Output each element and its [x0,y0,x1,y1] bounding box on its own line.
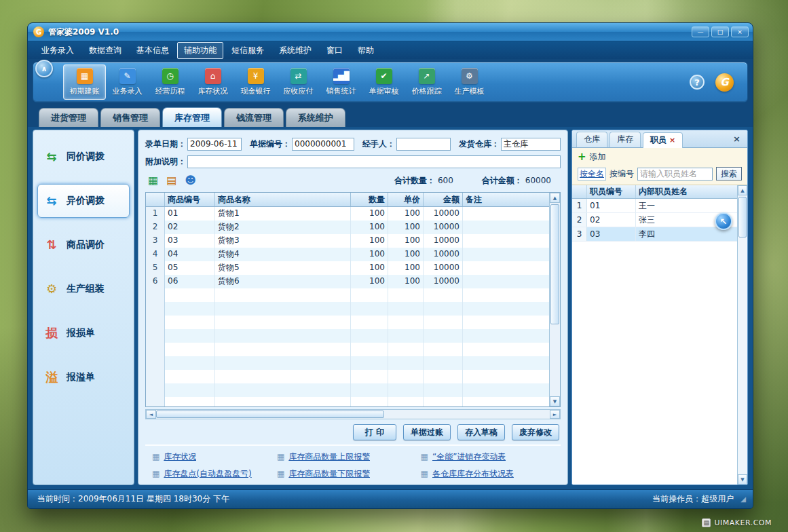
menu-help[interactable]: 帮助 [351,42,381,59]
toolbar-initial-setup[interactable]: ▦ 初期建账 [63,64,106,100]
table-row[interactable] [146,316,549,329]
minimize-button[interactable]: — [692,26,709,37]
column-header[interactable]: 职员编号 [587,185,636,198]
table-row[interactable] [146,343,549,356]
field-input[interactable] [187,138,242,151]
scroll-up-icon[interactable]: ▲ [738,185,747,195]
table-row[interactable] [146,288,549,302]
save-draft-button[interactable]: 存入草稿 [457,424,505,440]
scroll-thumb[interactable] [738,197,747,238]
staff-search-input[interactable] [637,168,713,180]
tab-cashflow-management[interactable]: 钱流管理 [224,108,284,127]
hscroll-track[interactable] [156,410,550,419]
link-warehouse-distribution[interactable]: 各仓库库存分布状况表 [421,468,558,479]
table-row[interactable] [146,302,549,316]
print-button[interactable]: 打 印 [353,424,396,440]
nav-up-button[interactable]: ∧ [35,60,53,77]
scroll-track[interactable] [738,195,747,474]
sidebar-same-price-transfer[interactable]: ⇆ 同价调拨 [37,140,130,174]
column-header[interactable]: 数量 [351,193,388,206]
toolbar-business-entry[interactable]: ✎ 业务录入 [106,64,149,100]
discard-changes-button[interactable]: 废弃修改 [512,424,559,440]
search-button[interactable]: 搜索 [716,167,742,180]
scroll-right-icon[interactable]: ► [550,410,560,419]
panel-tab-staff[interactable]: 职员 × [643,132,683,148]
column-header[interactable]: 内部职员姓名 [636,185,737,198]
table-row[interactable]: 3 03 货物3 100 100 10000 [146,234,549,248]
vertical-scrollbar[interactable]: ▲ ▼ [549,193,560,406]
person-icon[interactable]: ☻ [185,175,196,186]
toolbar-production-template[interactable]: ⚙ 生产模板 [448,64,491,100]
menu-basic-info[interactable]: 基本信息 [130,42,176,59]
scroll-track[interactable] [550,203,560,396]
hscroll-thumb[interactable] [156,411,384,418]
link-almighty-report[interactable]: “全能”进销存变动表 [421,451,558,462]
column-header[interactable]: 商品名称 [215,193,351,206]
menu-window[interactable]: 窗口 [320,42,350,59]
panel-tab-inventory[interactable]: 库存 [609,132,641,147]
title-bar[interactable]: G 管家婆2009 V1.0 — □ × [28,23,753,41]
tab-inventory-management[interactable]: 库存管理 [162,107,222,127]
sidebar-overflow-report[interactable]: 溢 报溢单 [37,360,130,394]
link-upper-limit-alert[interactable]: 库存商品数量上限报警 [277,451,421,462]
menu-business-entry[interactable]: 业务录入 [35,42,81,59]
maximize-button[interactable]: □ [711,26,729,37]
scroll-thumb[interactable] [550,204,559,324]
panel-tab-warehouse[interactable]: 仓库 [576,132,607,147]
column-header[interactable]: 单价 [388,193,424,206]
link-inventory-status[interactable]: 库存状况 [152,451,277,462]
toolbar-cash-bank[interactable]: ¥ 现金银行 [234,64,277,100]
scroll-up-icon[interactable]: ▲ [550,193,560,203]
field-input[interactable] [292,138,354,151]
note-input[interactable] [187,155,561,168]
menu-auxiliary[interactable]: 辅助功能 [177,42,223,59]
resize-grip[interactable]: ◢ [740,495,746,503]
toolbar-receivable-payable[interactable]: ⇄ 应收应付 [277,64,320,100]
sidebar-loss-report[interactable]: 损 报损单 [37,316,130,350]
add-staff-button[interactable]: + 添加 [578,151,742,163]
tab-close-icon[interactable]: × [669,136,675,145]
table-row[interactable] [146,383,549,397]
field-input[interactable] [501,138,561,151]
table-row[interactable]: 1 01 货物1 100 100 10000 [146,207,549,221]
tab-sales-management[interactable]: 销售管理 [100,108,160,127]
filter-by-code[interactable]: 按编号 [609,168,634,180]
scroll-left-icon[interactable]: ◄ [146,410,156,419]
horizontal-scrollbar[interactable]: ◄ ► [145,409,561,419]
close-button[interactable]: × [731,26,749,37]
table-row[interactable] [146,397,549,406]
sidebar-goods-price-adjust[interactable]: ⇅ 商品调价 [37,228,130,262]
toolbar-operation-history[interactable]: ◷ 经营历程 [149,64,191,100]
post-voucher-button[interactable]: 单据过账 [403,424,451,440]
table-row[interactable] [146,370,549,383]
menu-system-maintenance[interactable]: 系统维护 [272,42,318,59]
scroll-down-icon[interactable]: ▼ [550,396,560,406]
tab-system-maintenance[interactable]: 系统维护 [286,108,345,127]
table-row[interactable]: 2 02 货物2 100 100 10000 [146,221,549,234]
sidebar-diff-price-transfer[interactable]: ⇆ 异价调拨 [37,184,130,218]
sidebar-production-assembly[interactable]: ⚙ 生产组装 [37,272,130,306]
link-stocktake[interactable]: 库存盘点(自动盘盈盘亏) [152,468,277,479]
field-input[interactable] [396,138,451,151]
panel-scrollbar[interactable]: ▲ ▼ [737,185,747,484]
table-row[interactable]: 5 05 货物5 100 100 10000 [146,261,549,275]
staff-row[interactable]: 3 03 李四 [572,227,737,242]
toolbar-sales-statistics[interactable]: ▂▅█ 销售统计 [320,64,362,100]
help-icon[interactable]: ? [690,75,705,90]
toolbar-inventory-status[interactable]: ⌂ 库存状况 [191,64,234,100]
table-row[interactable] [146,329,549,343]
table-row[interactable] [146,356,549,370]
toolbar-voucher-audit[interactable]: ✔ 单据审核 [362,64,405,100]
column-header[interactable]: 商品编号 [165,193,215,206]
filter-by-fullname[interactable]: 按全名 [578,168,606,180]
menu-sms-service[interactable]: 短信服务 [225,42,271,59]
grid-icon[interactable]: ▦ [148,175,158,186]
panel-close-icon[interactable]: × [730,134,743,146]
column-header[interactable]: 备注 [463,193,549,206]
staff-row[interactable]: 2 02 张三 [572,213,737,227]
table-row[interactable]: 6 06 货物6 100 100 10000 [146,275,549,288]
toolbar-price-tracking[interactable]: ↗ 价格跟踪 [405,64,448,100]
table-row[interactable]: 4 04 货物4 100 100 10000 [146,248,549,261]
calculator-icon[interactable]: ▤ [166,175,176,186]
staff-row[interactable]: 1 01 王一 [572,199,737,213]
